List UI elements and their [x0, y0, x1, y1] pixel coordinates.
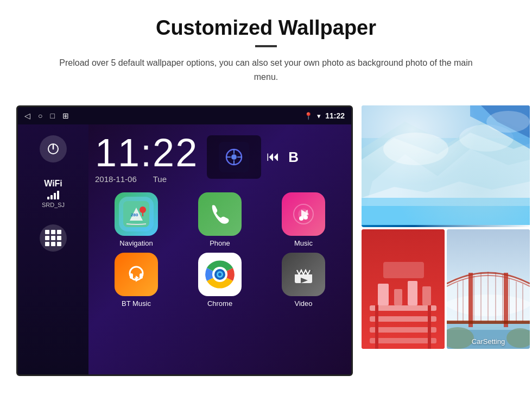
apps-button[interactable] [40, 224, 67, 252]
svg-point-33 [459, 124, 514, 152]
clock-area: 11:22 2018-11-06 Tue [95, 133, 198, 184]
clock-date: 2018-11-06 Tue [95, 174, 198, 184]
video-icon [282, 253, 325, 296]
track-label: B [288, 149, 299, 166]
status-bar-nav: ◁ ○ □ ⊞ [24, 111, 69, 120]
app-phone[interactable]: Phone [181, 192, 259, 247]
svg-point-3 [231, 154, 237, 160]
status-time: 11:22 [325, 111, 345, 120]
svg-rect-68 [447, 321, 530, 324]
app-bt-music[interactable]: BT Music [97, 253, 175, 308]
location-icon: 📍 [304, 112, 313, 120]
android-screen: ◁ ○ □ ⊞ 📍 ▾ 11:22 [16, 105, 353, 376]
svg-point-23 [218, 273, 221, 276]
clock-time: 11:22 [95, 133, 198, 172]
svg-rect-17 [130, 273, 133, 279]
phone-icon [198, 192, 242, 236]
skip-back-icon[interactable]: ⏮ [267, 149, 280, 166]
left-sidebar: WiFi SRD_SJ [18, 124, 88, 374]
app-video[interactable]: Video [264, 253, 343, 308]
clock-day: Tue [153, 174, 167, 184]
svg-rect-50 [383, 262, 424, 278]
wifi-bar-4 [57, 191, 59, 199]
power-button[interactable] [40, 135, 67, 162]
svg-point-32 [383, 133, 448, 165]
page-header: Customized Wallpaper Preload over 5 defa… [0, 0, 532, 95]
grid-dot [57, 242, 61, 246]
media-controls: ⏮ B [267, 149, 299, 166]
grid-dot [57, 230, 61, 234]
media-tiles: CarSetting [362, 105, 530, 349]
page-description: Preload over 5 default wallpaper options… [54, 56, 478, 84]
grid-dot [51, 242, 55, 246]
svg-point-38 [486, 111, 530, 133]
grid-icon [45, 230, 61, 246]
video-label: Video [294, 299, 312, 308]
svg-rect-56 [468, 273, 473, 327]
navigation-label: Navigation [119, 239, 153, 247]
wifi-icon: ▾ [317, 112, 321, 120]
center-area: 11:22 2018-11-06 Tue [88, 124, 351, 374]
recent-icon[interactable]: □ [50, 111, 54, 120]
svg-rect-48 [408, 281, 417, 305]
carsetting-label[interactable]: CarSetting [447, 337, 530, 346]
app-chrome[interactable]: Chrome [181, 253, 259, 308]
wallpaper-tile-bridge[interactable]: CarSetting [447, 229, 530, 349]
wifi-signal-bars [42, 191, 65, 199]
grid-dot [45, 242, 49, 246]
grid-dot [45, 230, 49, 234]
status-bar: ◁ ○ □ ⊞ 📍 ▾ 11:22 [18, 107, 351, 124]
grid-dot [57, 236, 61, 240]
wallpaper-bottom-row: CarSetting [362, 229, 530, 349]
app-grid: 280 Navigation [88, 184, 351, 316]
wifi-ssid: SRD_SJ [42, 202, 65, 208]
chrome-icon [198, 253, 242, 296]
wifi-bar-3 [54, 193, 56, 199]
svg-text:280: 280 [131, 212, 138, 217]
wifi-bar-1 [47, 197, 49, 199]
bt-music-icon [115, 253, 158, 296]
svg-rect-35 [362, 206, 530, 225]
wifi-label: WiFi [42, 179, 65, 189]
svg-rect-18 [140, 273, 143, 279]
page-title: Customized Wallpaper [43, 16, 489, 40]
svg-rect-46 [378, 284, 389, 305]
screen-body: WiFi SRD_SJ [18, 124, 351, 374]
svg-rect-47 [394, 289, 402, 305]
bt-music-label: BT Music [122, 299, 151, 308]
svg-rect-42 [370, 327, 436, 333]
svg-rect-44 [375, 305, 378, 349]
svg-point-14 [303, 215, 308, 220]
header-divider [255, 45, 277, 47]
svg-rect-27 [362, 138, 530, 225]
svg-rect-34 [362, 198, 530, 225]
music-label: Music [294, 239, 313, 247]
svg-rect-40 [370, 305, 436, 311]
svg-marker-30 [362, 149, 530, 225]
screenshot-icon[interactable]: ⊞ [62, 111, 69, 120]
svg-rect-45 [428, 305, 431, 349]
svg-marker-37 [481, 105, 530, 138]
clock-date-value: 2018-11-06 [95, 174, 137, 184]
home-icon[interactable]: ○ [38, 111, 42, 120]
music-icon [282, 192, 325, 236]
svg-point-11 [140, 206, 146, 213]
grid-dot [51, 236, 55, 240]
svg-rect-49 [422, 286, 431, 305]
svg-marker-36 [470, 105, 530, 149]
svg-marker-28 [362, 116, 530, 225]
wifi-block: WiFi SRD_SJ [42, 179, 65, 208]
wallpaper-tile-red[interactable] [362, 229, 445, 349]
app-navigation[interactable]: 280 Navigation [97, 192, 175, 247]
back-icon[interactable]: ◁ [24, 111, 30, 120]
app-music[interactable]: Music [264, 192, 343, 247]
svg-rect-43 [370, 338, 436, 343]
wifi-bar-2 [50, 195, 53, 199]
signal-widget[interactable] [207, 135, 261, 179]
status-bar-right: 📍 ▾ 11:22 [304, 111, 345, 120]
svg-rect-26 [362, 105, 530, 225]
wallpaper-tile-ice[interactable] [362, 105, 530, 227]
svg-marker-29 [362, 133, 530, 225]
svg-marker-31 [362, 181, 530, 225]
svg-point-15 [299, 216, 303, 221]
